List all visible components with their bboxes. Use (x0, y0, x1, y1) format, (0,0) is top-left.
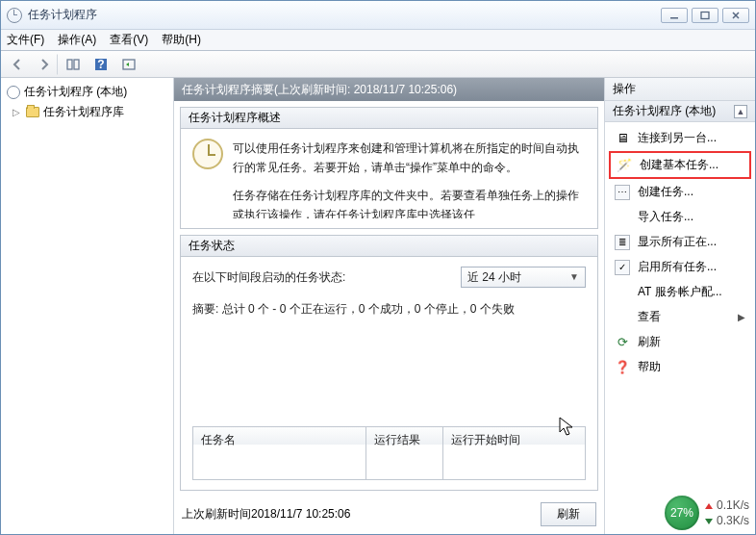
expand-icon[interactable]: ▷ (13, 107, 22, 117)
task-icon: ⋯ (615, 185, 630, 200)
menubar: 文件(F) 操作(A) 查看(V) 帮助(H) (1, 30, 755, 51)
svg-rect-2 (67, 60, 72, 69)
task-scheduler-window: 任务计划程序 文件(F) 操作(A) 查看(V) 帮助(H) ? 任务计划程序 … (0, 0, 756, 535)
col-start-time[interactable]: 运行开始时间 (443, 427, 585, 479)
menu-view[interactable]: 查看(V) (110, 32, 148, 48)
actions-section-title: 任务计划程序 (本地) (613, 103, 716, 119)
svg-text:?: ? (97, 58, 104, 71)
overview-text-1: 可以使用任务计划程序来创建和管理计算机将在所指定的时间自动执行的常见任务。若要开… (233, 139, 586, 178)
preview-button[interactable] (116, 54, 141, 75)
close-button[interactable] (722, 8, 749, 23)
clock-large-icon (192, 139, 223, 169)
menu-action[interactable]: 操作(A) (58, 32, 96, 48)
folder-icon (26, 107, 39, 117)
network-indicator: 27% 0.1K/s 0.3K/s (665, 496, 749, 530)
action-show-running-label: 显示所有正在... (638, 234, 717, 250)
tree-root[interactable]: 任务计划程序 (本地) (3, 82, 171, 102)
action-refresh-label: 刷新 (638, 334, 661, 350)
status-panel: 任务状态 在以下时间段启动的任务状态: 近 24 小时 ▼ 摘要: 总计 0 个… (180, 235, 598, 491)
refresh-button[interactable]: 刷新 (541, 502, 596, 526)
last-refresh-text: 上次刷新时间2018/11/7 10:25:06 (182, 506, 350, 522)
view-icon (615, 310, 630, 325)
chevron-down-icon: ▼ (569, 268, 579, 285)
action-enable-history-label: 启用所有任务... (638, 259, 717, 275)
forward-button[interactable] (33, 54, 58, 75)
action-import-label: 导入任务... (638, 209, 693, 225)
upload-rate: 0.1K/s (705, 498, 749, 512)
tree-library-label: 任务计划程序库 (43, 104, 124, 120)
collapse-icon[interactable]: ▲ (734, 105, 747, 118)
action-view[interactable]: 查看 ▶ (609, 305, 751, 329)
action-show-running[interactable]: ≣ 显示所有正在... (609, 230, 751, 254)
clock-icon (7, 8, 22, 23)
computer-icon: 🖥 (615, 131, 630, 146)
overview-panel: 任务计划程序概述 可以使用任务计划程序来创建和管理计算机将在所指定的时间自动执行… (180, 107, 598, 229)
help-toolbar-button[interactable]: ? (88, 54, 113, 75)
action-refresh[interactable]: ⟳ 刷新 (609, 330, 751, 354)
status-range-label: 在以下时间段启动的任务状态: (192, 268, 345, 287)
action-help[interactable]: ❓ 帮助 (609, 355, 751, 379)
col-result[interactable]: 运行结果 (366, 427, 443, 479)
action-connect-label: 连接到另一台... (638, 130, 717, 146)
action-connect[interactable]: 🖥 连接到另一台... (609, 126, 751, 150)
svg-rect-1 (701, 12, 709, 18)
refresh-icon: ⟳ (615, 335, 630, 350)
action-at-service[interactable]: AT 服务帐户配... (609, 280, 751, 304)
overview-title: 任务计划程序概述 (181, 108, 597, 129)
time-range-dropdown[interactable]: 近 24 小时 ▼ (461, 267, 586, 288)
task-grid[interactable]: 任务名 运行结果 运行开始时间 (192, 426, 586, 480)
toolbar: ? (1, 51, 755, 78)
action-view-label: 查看 (638, 309, 661, 325)
window-controls (661, 8, 749, 23)
submenu-arrow-icon: ▶ (738, 312, 745, 322)
actions-pane-title: 操作 (605, 78, 755, 101)
content-area: 任务计划程序 (本地) ▷ 任务计划程序库 任务计划程序摘要(上次刷新时间: 2… (1, 78, 755, 534)
window-title: 任务计划程序 (28, 7, 97, 23)
tree-root-label: 任务计划程序 (本地) (24, 84, 127, 100)
back-button[interactable] (5, 54, 30, 75)
download-rate: 0.3K/s (705, 514, 749, 527)
import-icon (615, 210, 630, 225)
svg-rect-0 (670, 17, 678, 19)
tree-pane: 任务计划程序 (本地) ▷ 任务计划程序库 (1, 78, 174, 534)
action-create-basic-label: 创建基本任务... (640, 157, 718, 173)
list-icon: ≣ (615, 235, 630, 250)
col-task-name[interactable]: 任务名 (193, 427, 366, 479)
svg-rect-3 (74, 60, 79, 69)
action-create-task[interactable]: ⋯ 创建任务... (609, 180, 751, 204)
footer-row: 上次刷新时间2018/11/7 10:25:06 刷新 (180, 497, 598, 528)
maximize-button[interactable] (692, 8, 718, 23)
panes-button[interactable] (61, 54, 86, 75)
actions-section-header: 任务计划程序 (本地) ▲ (605, 101, 755, 122)
center-pane: 任务计划程序摘要(上次刷新时间: 2018/11/7 10:25:06) 任务计… (174, 78, 605, 534)
time-range-value: 近 24 小时 (467, 268, 521, 287)
menu-help[interactable]: 帮助(H) (162, 32, 201, 48)
menu-file[interactable]: 文件(F) (7, 32, 44, 48)
summary-header: 任务计划程序摘要(上次刷新时间: 2018/11/7 10:25:06) (174, 78, 604, 101)
action-at-service-label: AT 服务帐户配... (638, 284, 722, 300)
history-icon: ✓ (615, 260, 630, 275)
cpu-percent-badge[interactable]: 27% (665, 496, 699, 530)
minimize-button[interactable] (661, 8, 688, 23)
action-import-task[interactable]: 导入任务... (609, 205, 751, 229)
actions-pane: 操作 任务计划程序 (本地) ▲ 🖥 连接到另一台... 🪄 创建基本任务...… (605, 78, 755, 534)
status-summary: 摘要: 总计 0 个 - 0 个正在运行，0 个成功，0 个停止，0 个失败 (192, 299, 586, 318)
status-title: 任务状态 (181, 236, 597, 257)
titlebar: 任务计划程序 (1, 1, 755, 30)
clock-icon (7, 86, 20, 99)
tree-library[interactable]: ▷ 任务计划程序库 (3, 102, 171, 122)
wizard-icon: 🪄 (617, 158, 632, 173)
overview-text-2: 任务存储在任务计划程序库的文件夹中。若要查看单独任务上的操作或执行该操作，请在任… (233, 186, 586, 218)
action-create-task-label: 创建任务... (638, 184, 693, 200)
action-enable-history[interactable]: ✓ 启用所有任务... (609, 255, 751, 279)
account-icon (615, 285, 630, 300)
action-help-label: 帮助 (638, 359, 661, 375)
help-icon: ❓ (615, 360, 630, 375)
action-create-basic-task[interactable]: 🪄 创建基本任务... (609, 151, 751, 179)
